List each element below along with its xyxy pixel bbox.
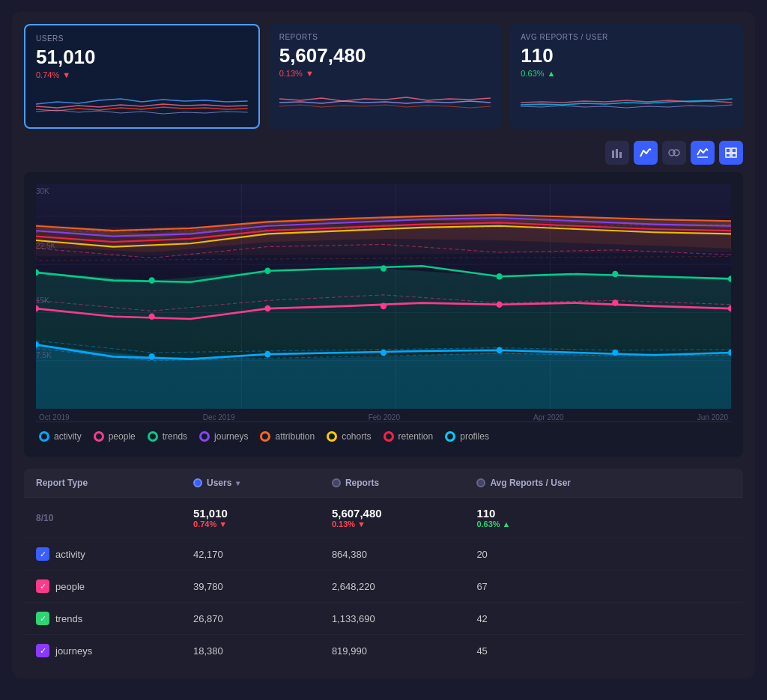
total-users-change: 0.74% ▼: [193, 520, 308, 529]
svg-point-36: [149, 353, 155, 360]
checkbox-people[interactable]: ✓: [36, 579, 49, 593]
legend-label-people: people: [109, 431, 136, 442]
row-actions-journeys: [696, 635, 743, 667]
legend-attribution[interactable]: attribution: [260, 431, 315, 442]
row-avg-activity: 20: [464, 538, 696, 570]
svg-rect-5: [726, 148, 730, 153]
table-row: ✓ journeys 18,380 819,990 45: [24, 635, 743, 667]
row-type-trends: ✓ trends: [24, 603, 181, 635]
row-avg-journeys: 45: [464, 635, 696, 667]
legend-label-journeys: journeys: [214, 431, 248, 442]
stat-card-avg[interactable]: AVG REPORTS / USER 110 0.63% ▲: [510, 24, 743, 129]
svg-rect-7: [726, 153, 730, 157]
svg-rect-8: [732, 153, 736, 157]
svg-point-23: [264, 267, 270, 274]
total-avg-change: 0.63% ▲: [476, 520, 684, 529]
y-axis: 30K 22.5K 15K 7.5K: [36, 184, 55, 409]
svg-rect-2: [619, 152, 622, 158]
bar-chart-icon: [611, 147, 623, 158]
users-header-dot: [193, 478, 202, 487]
legend-trends[interactable]: trends: [148, 431, 187, 442]
svg-rect-1: [616, 149, 618, 158]
users-chevron-icon: ▾: [236, 479, 240, 487]
chart-btn-line[interactable]: [634, 141, 658, 165]
legend-profiles[interactable]: profiles: [445, 431, 489, 442]
row-users-trends: 26,870: [181, 603, 320, 635]
row-reports-people: 2,648,220: [320, 570, 465, 603]
legend-dot-activity: [39, 431, 49, 442]
total-row: 8/10 51,010 0.74% ▼ 5,607,480 0.13% ▼: [24, 498, 743, 538]
th-avg: Avg Reports / User: [464, 469, 696, 498]
x-label-dec: Dec 2019: [203, 413, 235, 421]
legend-dot-cohorts: [327, 431, 337, 442]
table-row: ✓ people 39,780 2,648,220 67: [24, 570, 743, 603]
row-type-activity: ✓ activity: [24, 538, 181, 570]
reports-value: 5,607,480: [279, 44, 491, 67]
legend-dot-profiles: [445, 431, 455, 442]
total-prefix: 8/10: [24, 498, 181, 538]
total-reports-change: 0.13% ▼: [332, 520, 453, 529]
legend-cohorts[interactable]: cohorts: [327, 431, 371, 442]
row-users-journeys: 18,380: [181, 635, 320, 667]
legend-retention[interactable]: retention: [384, 431, 434, 442]
checkbox-activity[interactable]: ✓: [36, 547, 49, 561]
checkbox-trends[interactable]: ✓: [36, 612, 49, 625]
th-users[interactable]: Users ▾: [181, 469, 320, 498]
th-actions: [696, 469, 743, 498]
chart-controls: [24, 141, 743, 165]
row-reports-journeys: 819,990: [320, 635, 465, 667]
row-actions-trends: [696, 603, 743, 635]
data-table: Report Type Users ▾ Reports: [24, 469, 743, 666]
stat-card-reports[interactable]: REPORTS 5,607,480 0.13% ▼: [269, 24, 502, 129]
stat-card-users[interactable]: USERS 51,010 0.74% ▼: [24, 24, 260, 129]
x-label-feb: Feb 2020: [369, 413, 400, 421]
chart-btn-area[interactable]: [719, 141, 743, 165]
legend-label-activity: activity: [54, 431, 82, 442]
svg-point-24: [381, 265, 386, 272]
svg-point-31: [381, 303, 386, 310]
stack-icon: [697, 147, 709, 158]
row-actions-activity: [696, 538, 743, 570]
stats-row: USERS 51,010 0.74% ▼ REPORTS 5,607,480 0…: [24, 24, 743, 129]
chart-legend: activity people trends journeys attribut…: [36, 421, 731, 451]
row-avg-trends: 42: [464, 603, 696, 635]
line-chart-icon: [640, 147, 652, 158]
chart-btn-bar[interactable]: [605, 141, 629, 165]
legend-activity[interactable]: activity: [39, 431, 82, 442]
th-reports: Reports: [320, 469, 465, 498]
row-type-people: ✓ people: [24, 570, 181, 603]
legend-dot-attribution: [260, 431, 270, 442]
reports-change: 0.13% ▼: [279, 69, 491, 78]
dashboard: USERS 51,010 0.74% ▼ REPORTS 5,607,480 0…: [12, 12, 755, 678]
svg-point-30: [264, 305, 270, 312]
legend-people[interactable]: people: [94, 431, 136, 442]
row-users-people: 39,780: [181, 570, 320, 603]
row-actions-people: [696, 570, 743, 603]
avg-label: AVG REPORTS / USER: [521, 33, 733, 41]
total-actions: [696, 498, 743, 538]
legend-journeys[interactable]: journeys: [199, 431, 248, 442]
row-reports-trends: 1,133,690: [320, 603, 465, 635]
report-table: Report Type Users ▾ Reports: [24, 469, 743, 666]
svg-point-33: [612, 299, 618, 306]
legend-label-profiles: profiles: [460, 431, 489, 442]
avg-sparkline: [521, 84, 733, 114]
total-reports: 5,607,480 0.13% ▼: [320, 498, 465, 538]
svg-point-29: [149, 314, 155, 320]
chart-btn-stack[interactable]: [691, 141, 715, 165]
users-change: 0.74% ▼: [36, 70, 248, 79]
chart-area: 30K 22.5K 15K 7.5K: [36, 184, 731, 409]
y-label-225k: 22.5K: [36, 242, 55, 250]
x-axis: Oct 2019 Dec 2019 Feb 2020 Apr 2020 Jun …: [36, 409, 731, 421]
checkbox-journeys[interactable]: ✓: [36, 644, 49, 657]
svg-point-37: [264, 351, 270, 358]
row-reports-activity: 864,380: [320, 538, 465, 570]
svg-rect-6: [732, 148, 736, 153]
row-type-journeys: ✓ journeys: [24, 635, 181, 667]
total-avg: 110 0.63% ▲: [464, 498, 696, 538]
users-sparkline: [36, 85, 248, 115]
area-chart-icon: [725, 147, 737, 158]
chart-btn-intersect[interactable]: [662, 141, 686, 165]
table-row: ✓ trends 26,870 1,133,690 42: [24, 603, 743, 635]
th-report-type: Report Type: [24, 469, 181, 498]
